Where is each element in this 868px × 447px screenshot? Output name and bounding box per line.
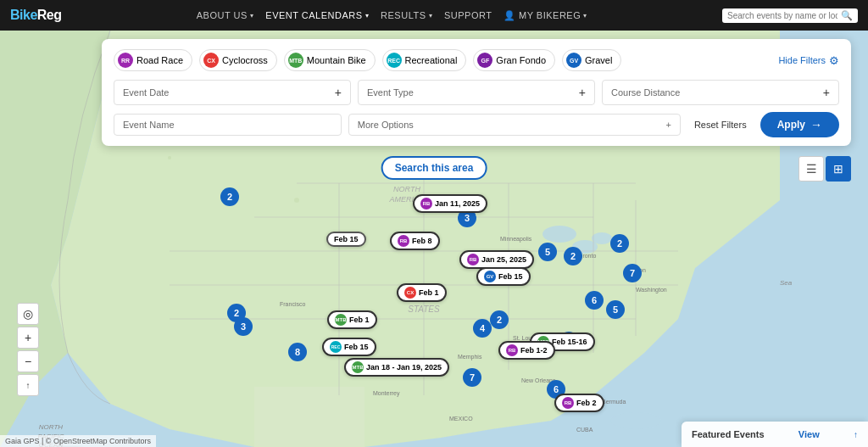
cluster-marker[interactable]: 5 bbox=[538, 243, 557, 261]
road-race-label: Road Race bbox=[136, 55, 183, 65]
brand-logo[interactable]: BikeReg bbox=[10, 8, 62, 23]
event-marker[interactable]: CX Feb 1 bbox=[397, 283, 447, 302]
event-marker[interactable]: RB Feb 8 bbox=[390, 232, 440, 250]
add-course-distance-icon[interactable]: + bbox=[823, 86, 830, 99]
svg-point-5 bbox=[592, 232, 612, 244]
pill-cyclocross[interactable]: CX Cyclocross bbox=[199, 49, 277, 71]
event-date: Feb 15 bbox=[498, 272, 523, 281]
event-date: Feb 15 bbox=[344, 343, 369, 351]
event-marker[interactable]: MTB Jan 18 - Jan 19, 2025 bbox=[344, 358, 449, 377]
compass-button[interactable]: ↑ bbox=[17, 374, 39, 396]
search-this-area-button[interactable]: Search this area bbox=[381, 156, 487, 180]
featured-events-bar: Featured Events View ↑ bbox=[682, 422, 868, 447]
search-box[interactable]: 🔍 bbox=[722, 8, 858, 23]
cluster-marker[interactable]: 2 bbox=[490, 310, 509, 329]
chevron-down-icon: ▾ bbox=[250, 12, 254, 20]
cluster-marker[interactable]: 7 bbox=[623, 264, 642, 282]
reset-filters-button[interactable]: Reset Filters bbox=[687, 115, 754, 135]
add-event-date-icon[interactable]: + bbox=[335, 86, 342, 99]
list-view-button[interactable]: ☰ bbox=[798, 156, 824, 182]
cluster-marker[interactable]: 2 bbox=[227, 304, 246, 322]
map-attribution: Gaia GPS | © OpenStreetMap Contributors bbox=[0, 435, 156, 447]
event-marker[interactable]: RB Feb 1-2 bbox=[498, 341, 555, 360]
search-icon[interactable]: 🔍 bbox=[841, 10, 853, 21]
event-badge: RB bbox=[398, 235, 409, 247]
event-date: Feb 15-16 bbox=[552, 338, 587, 346]
pill-recreational[interactable]: REC Recreational bbox=[382, 49, 467, 71]
svg-text:Sea: Sea bbox=[780, 279, 793, 287]
cluster-marker[interactable]: 2 bbox=[564, 247, 582, 265]
filter-panel: RR Road Race CX Cyclocross MTB Mountain … bbox=[102, 39, 851, 146]
svg-point-7 bbox=[610, 412, 661, 429]
svg-text:Bermuda: Bermuda bbox=[602, 399, 626, 405]
nav-calendars[interactable]: EVENT CALENDARS ▾ bbox=[265, 10, 369, 21]
event-date: Feb 2 bbox=[576, 399, 597, 407]
event-badge: RB bbox=[562, 397, 574, 409]
course-distance-field[interactable]: Course Distance + bbox=[602, 80, 839, 105]
user-icon: 👤 bbox=[504, 10, 516, 21]
nav-mybikereg[interactable]: 👤 MY BIKEREG ▾ bbox=[504, 10, 587, 21]
cluster-marker[interactable]: 6 bbox=[585, 291, 604, 310]
event-marker[interactable]: RB Feb 2 bbox=[554, 394, 604, 412]
pill-road-race[interactable]: RR Road Race bbox=[114, 49, 192, 71]
map-container[interactable]: NORTH AMERICA NORTH PACIFIC OCEAN CANADI… bbox=[0, 31, 868, 447]
nav-links: ABOUT US ▾ EVENT CALENDARS ▾ RESULTS ▾ S… bbox=[79, 10, 705, 21]
pill-gran-fondo[interactable]: GF Gran Fondo bbox=[473, 49, 555, 71]
event-marker[interactable]: MTB Feb 1 bbox=[327, 310, 377, 329]
cluster-marker[interactable]: 5 bbox=[606, 300, 625, 319]
event-name-field[interactable]: Event Name bbox=[114, 114, 342, 136]
gran-fondo-label: Gran Fondo bbox=[496, 55, 546, 65]
event-date: Jan 11, 2025 bbox=[435, 199, 480, 208]
event-badge: MTB bbox=[335, 314, 347, 326]
recreational-label: Recreational bbox=[405, 55, 458, 65]
add-event-type-icon[interactable]: + bbox=[579, 86, 586, 99]
cluster-marker[interactable]: 4 bbox=[473, 319, 492, 338]
filter-icon: ⚙ bbox=[829, 54, 839, 67]
zoom-out-button[interactable]: − bbox=[17, 350, 39, 372]
cluster-marker[interactable]: 8 bbox=[288, 343, 307, 361]
nav-results[interactable]: RESULTS ▾ bbox=[381, 10, 432, 21]
event-date: Feb 1-2 bbox=[520, 346, 548, 355]
apply-button[interactable]: Apply → bbox=[760, 112, 839, 137]
locate-button[interactable]: ◎ bbox=[17, 303, 39, 325]
svg-text:Memphis: Memphis bbox=[458, 354, 482, 360]
event-marker[interactable]: RB Jan 25, 2025 bbox=[459, 250, 534, 269]
featured-view-button[interactable]: View bbox=[798, 429, 820, 439]
event-badge: GV bbox=[484, 271, 496, 282]
event-badge: RB bbox=[420, 198, 432, 210]
pill-mountain-bike[interactable]: MTB Mountain Bike bbox=[284, 49, 376, 71]
chevron-down-icon: ▾ bbox=[429, 12, 433, 20]
cluster-marker[interactable]: 2 bbox=[610, 234, 629, 253]
svg-text:Minneapolis: Minneapolis bbox=[500, 236, 532, 243]
course-distance-label: Course Distance bbox=[611, 87, 680, 98]
event-date: Feb 1 bbox=[349, 316, 370, 324]
event-date: Feb 1 bbox=[419, 288, 439, 297]
event-marker[interactable]: REC Feb 15 bbox=[322, 338, 376, 356]
zoom-in-button[interactable]: + bbox=[17, 327, 39, 349]
gravel-badge: GV bbox=[566, 53, 581, 68]
event-type-field[interactable]: Event Type + bbox=[358, 80, 595, 105]
pill-gravel[interactable]: GV Gravel bbox=[562, 49, 621, 71]
hide-filters-button[interactable]: Hide Filters ⚙ bbox=[778, 54, 839, 67]
search-input[interactable] bbox=[727, 11, 837, 20]
category-pills: RR Road Race CX Cyclocross MTB Mountain … bbox=[114, 49, 839, 71]
event-badge: CX bbox=[404, 287, 416, 299]
arrow-right-icon: → bbox=[810, 118, 822, 131]
event-marker[interactable]: RB Jan 11, 2025 bbox=[413, 194, 487, 213]
nav-support[interactable]: SUPPORT bbox=[444, 10, 492, 21]
event-date: Feb 8 bbox=[412, 237, 432, 245]
add-more-options-icon[interactable]: + bbox=[665, 120, 670, 130]
more-options-label: More Options bbox=[358, 120, 414, 130]
cluster-marker[interactable]: 7 bbox=[463, 368, 481, 387]
navbar: BikeReg ABOUT US ▾ EVENT CALENDARS ▾ RES… bbox=[0, 0, 868, 31]
featured-events-label: Featured Events bbox=[692, 429, 765, 439]
event-marker[interactable]: Feb 15 bbox=[326, 232, 366, 247]
filter-row-2: Event Name More Options + Reset Filters … bbox=[114, 112, 839, 137]
event-marker[interactable]: GV Feb 15 bbox=[476, 267, 531, 286]
map-view-button[interactable]: ⊞ bbox=[826, 156, 851, 182]
event-date-field[interactable]: Event Date + bbox=[114, 80, 351, 105]
more-options-field[interactable]: More Options + bbox=[348, 114, 681, 136]
cluster-marker[interactable]: 2 bbox=[220, 187, 239, 206]
gravel-label: Gravel bbox=[585, 55, 612, 65]
nav-about[interactable]: ABOUT US ▾ bbox=[197, 10, 254, 21]
